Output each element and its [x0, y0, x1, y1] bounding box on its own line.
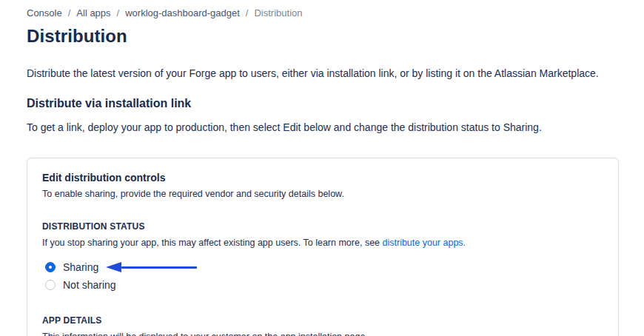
- arrow-shaft: [121, 266, 197, 269]
- breadcrumb-separator: /: [68, 7, 71, 19]
- breadcrumb-all-apps[interactable]: All apps: [76, 7, 110, 19]
- distribution-status-field: DISTRIBUTION STATUS If you stop sharing …: [42, 221, 603, 294]
- distribution-status-label: DISTRIBUTION STATUS: [42, 221, 603, 232]
- distribute-your-apps-link[interactable]: distribute your apps.: [383, 238, 466, 248]
- radio-option-not-sharing[interactable]: Not sharing: [42, 276, 603, 294]
- breadcrumb-separator: /: [246, 7, 249, 19]
- radio-option-sharing[interactable]: Sharing: [42, 258, 603, 276]
- breadcrumb-console[interactable]: Console: [27, 7, 62, 19]
- edit-distribution-controls-card: Edit distribution controls To enable sha…: [27, 158, 619, 336]
- app-details-label: APP DETAILS: [42, 315, 603, 326]
- radio-sharing-label: Sharing: [63, 258, 98, 276]
- section-heading: Distribute via installation link: [27, 96, 619, 110]
- section-description-text: To get a link, deploy your app to produc…: [27, 121, 619, 134]
- radio-selected-icon[interactable]: [45, 262, 56, 272]
- app-details-description: This information will be displayed to yo…: [42, 332, 603, 336]
- radio-not-sharing-label: Not sharing: [63, 276, 116, 294]
- card-title: Edit distribution controls: [42, 172, 603, 184]
- breadcrumb-app-name[interactable]: worklog-dashboard-gadget: [125, 7, 240, 19]
- distribution-page: Console / All apps / worklog-dashboard-g…: [0, 0, 644, 336]
- annotation-arrow: [106, 262, 197, 272]
- distribution-status-description: If you stop sharing your app, this may a…: [42, 238, 603, 249]
- page-intro-text: Distribute the latest version of your Fo…: [27, 67, 619, 80]
- arrow-head-icon: [106, 262, 121, 272]
- breadcrumb-current-page: Distribution: [254, 7, 302, 19]
- breadcrumb-separator: /: [117, 7, 120, 19]
- distribution-status-description-text: If you stop sharing your app, this may a…: [42, 238, 383, 248]
- page-title: Distribution: [27, 26, 619, 47]
- breadcrumb: Console / All apps / worklog-dashboard-g…: [27, 7, 619, 19]
- card-subtitle: To enable sharing, provide the required …: [42, 189, 603, 200]
- app-details-field: APP DETAILS This information will be dis…: [42, 315, 603, 336]
- radio-unselected-icon[interactable]: [45, 280, 56, 290]
